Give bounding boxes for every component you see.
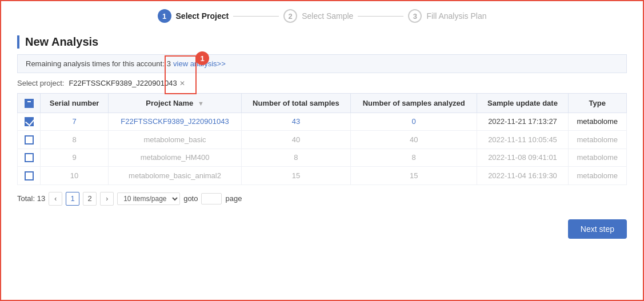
footer: Next step xyxy=(1,215,643,239)
row-serial: 9 xyxy=(41,149,109,167)
page-title: New Analysis xyxy=(17,35,627,49)
row-project-name: F22FTSSCKF9389_J220901043 xyxy=(109,113,242,131)
page-label: page xyxy=(225,194,242,203)
goto-input[interactable] xyxy=(201,193,222,204)
project-tag-remove[interactable]: ✕ xyxy=(179,79,185,87)
header-checkbox[interactable] xyxy=(25,99,34,108)
row-checkbox-cell[interactable] xyxy=(18,167,41,185)
row-type: metabolome xyxy=(568,167,626,185)
project-table: Serial number Project Name ▼ Number of t… xyxy=(17,93,627,185)
items-per-page-select[interactable]: 10 items/page 20 items/page 50 items/pag… xyxy=(117,192,180,205)
page-1-button[interactable]: 1 xyxy=(66,192,79,206)
col-analyzed: Number of samples analyzed xyxy=(350,94,477,113)
row-total: 40 xyxy=(241,131,350,149)
analysis-count: 3 xyxy=(167,59,171,68)
table-row: 8 metabolome_basic 40 40 2022-11-11 10:0… xyxy=(18,131,627,149)
row-date: 2022-11-08 09:41:01 xyxy=(477,149,568,167)
header-checkbox-cell[interactable] xyxy=(18,94,41,113)
row-analyzed: 0 xyxy=(350,113,477,131)
next-page-button[interactable]: › xyxy=(100,192,114,206)
step-1: 1 Select Project xyxy=(158,9,229,23)
project-tag: F22FTSSCKF9389_J220901043 ✕ xyxy=(69,79,185,87)
row-total: 15 xyxy=(241,167,350,185)
annotation-circle: 1 xyxy=(195,51,209,65)
next-step-button[interactable]: Next step xyxy=(568,219,627,239)
row-type: metabolome xyxy=(568,113,626,131)
step-2: 2 Select Sample xyxy=(283,9,353,23)
col-project-name: Project Name ▼ xyxy=(109,94,242,113)
page-2-button[interactable]: 2 xyxy=(83,192,97,206)
goto-label: goto xyxy=(183,194,198,203)
info-bar: Remaining analysis times for this accoun… xyxy=(17,54,627,73)
row-project-name: metabolome_basic xyxy=(109,131,242,149)
select-project-label: Select project: xyxy=(17,79,64,87)
row-type: metabolome xyxy=(568,149,626,167)
table-row: 9 metabolome_HM400 8 8 2022-11-08 09:41:… xyxy=(18,149,627,167)
select-project-row: Select project: F22FTSSCKF9389_J22090104… xyxy=(17,79,627,87)
row-project-name: metabolome_HM400 xyxy=(109,149,242,167)
col-serial: Serial number xyxy=(41,94,109,113)
stepper: 1 Select Project 2 Select Sample 3 Fill … xyxy=(1,1,643,30)
row-type: metabolome xyxy=(568,131,626,149)
row-checkbox[interactable] xyxy=(25,153,34,162)
row-date: 2022-11-21 17:13:27 xyxy=(477,113,568,131)
row-checkbox[interactable] xyxy=(25,171,34,180)
pagination: Total: 13 ‹ 1 2 › 10 items/page 20 items… xyxy=(17,185,627,209)
row-date: 2022-11-04 16:19:30 xyxy=(477,167,568,185)
table-row: 7 F22FTSSCKF9389_J220901043 43 0 2022-11… xyxy=(18,113,627,131)
step-label-2: Select Sample xyxy=(302,11,353,21)
project-tag-name: F22FTSSCKF9389_J220901043 xyxy=(69,79,177,87)
col-type: Type xyxy=(568,94,626,113)
step-connector-1 xyxy=(233,16,279,17)
filter-icon[interactable]: ▼ xyxy=(198,100,204,107)
row-analyzed: 40 xyxy=(350,131,477,149)
prev-page-button[interactable]: ‹ xyxy=(49,192,62,206)
table-header-row: Serial number Project Name ▼ Number of t… xyxy=(18,94,627,113)
row-total: 43 xyxy=(241,113,350,131)
step-circle-3: 3 xyxy=(408,9,422,23)
row-checkbox-cell[interactable] xyxy=(18,131,41,149)
step-label-1: Select Project xyxy=(176,11,229,21)
main-content: New Analysis Remaining analysis times fo… xyxy=(1,30,643,215)
row-serial: 7 xyxy=(41,113,109,131)
row-project-name: metabolome_basic_animal2 xyxy=(109,167,242,185)
row-serial: 8 xyxy=(41,131,109,149)
total-label: Total: 13 xyxy=(17,194,45,203)
row-serial: 10 xyxy=(41,167,109,185)
step-circle-1: 1 xyxy=(158,9,171,23)
row-date: 2022-11-11 10:05:45 xyxy=(477,131,568,149)
row-checkbox-cell[interactable] xyxy=(18,149,41,167)
row-checkbox[interactable] xyxy=(25,117,34,126)
table-row: 10 metabolome_basic_animal2 15 15 2022-1… xyxy=(18,167,627,185)
row-total: 8 xyxy=(241,149,350,167)
info-text: Remaining analysis times for this accoun… xyxy=(26,59,165,68)
row-analyzed: 8 xyxy=(350,149,477,167)
row-checkbox-cell[interactable] xyxy=(18,113,41,131)
row-checkbox[interactable] xyxy=(25,135,34,145)
step-connector-2 xyxy=(358,16,403,17)
step-circle-2: 2 xyxy=(283,9,297,23)
step-3: 3 Fill Analysis Plan xyxy=(408,9,486,23)
step-label-3: Fill Analysis Plan xyxy=(426,11,486,21)
col-update-date: Sample update date xyxy=(477,94,568,113)
row-analyzed: 15 xyxy=(350,167,477,185)
col-total-samples: Number of total samples xyxy=(241,94,350,113)
